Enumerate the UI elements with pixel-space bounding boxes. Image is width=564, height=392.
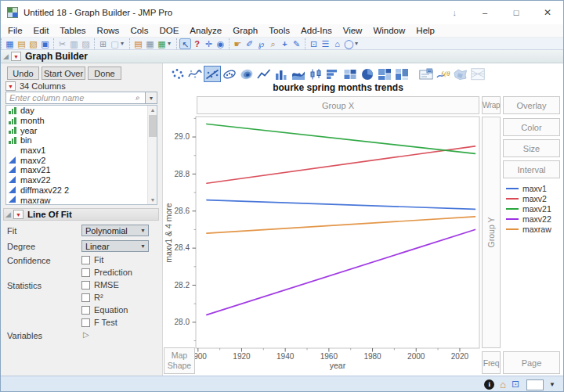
search-filter-dropdown[interactable]: ▼ xyxy=(146,92,157,104)
scroll-down-icon[interactable]: ▼ xyxy=(148,196,157,204)
palette-mosaic-icon[interactable] xyxy=(393,66,410,82)
column-item[interactable]: maxv1 xyxy=(6,146,157,156)
caret-icon[interactable]: ▾ xyxy=(168,40,174,47)
line-of-fit-red-triangle-icon[interactable]: ▼ xyxy=(13,210,24,219)
checkbox-equation[interactable] xyxy=(81,306,90,315)
zone-group-y[interactable]: Group Y xyxy=(482,117,501,348)
arrow-tool-icon[interactable]: ↖ xyxy=(179,38,191,49)
column-search-input[interactable] xyxy=(5,92,146,104)
palette-map-shapes-icon[interactable] xyxy=(452,66,469,82)
data-grid-icon[interactable]: ▦ xyxy=(144,38,156,49)
magnifier-tool-icon[interactable]: ⌕ xyxy=(267,38,279,49)
zone-interval[interactable]: Interval xyxy=(503,160,560,178)
done-button[interactable]: Done xyxy=(88,67,121,80)
palette-line-icon[interactable] xyxy=(255,66,273,82)
minimize-button[interactable]: – xyxy=(469,1,501,24)
scroll-up-icon[interactable]: ▲ xyxy=(148,106,157,114)
y-axis-title[interactable]: maxv1 & 4 more xyxy=(164,185,174,281)
palette-heatmap-icon[interactable] xyxy=(342,66,359,82)
menu-item-doe[interactable]: DOE xyxy=(154,25,184,36)
column-item[interactable]: bin xyxy=(6,135,157,146)
palette-treemap-icon[interactable] xyxy=(376,66,393,82)
red-triangle-menu-icon[interactable]: ▼ xyxy=(11,52,21,61)
journal-icon[interactable]: ▤ xyxy=(132,38,144,49)
new-data-table-icon[interactable]: ▦ xyxy=(4,38,16,49)
palette-box-plot-icon[interactable] xyxy=(307,66,324,82)
info-icon[interactable]: i xyxy=(484,379,494,390)
zone-map-shape[interactable]: Map Shape xyxy=(164,347,195,374)
oval-annotation-icon[interactable]: ◯ xyxy=(343,38,355,49)
palette-area-icon[interactable] xyxy=(290,66,307,82)
document-selector[interactable] xyxy=(526,379,544,390)
home-icon[interactable]: ⌂ xyxy=(500,379,506,390)
legend-item[interactable]: maxraw xyxy=(506,224,551,234)
palette-smoother-icon[interactable] xyxy=(186,66,204,82)
legend-item[interactable]: maxv1 xyxy=(506,183,551,193)
menu-item-rows[interactable]: Rows xyxy=(92,25,125,36)
paste-icon[interactable]: ▨ xyxy=(80,38,92,49)
column-list-scrollbar[interactable]: ▲ ▼ xyxy=(147,106,157,204)
zone-overlay[interactable]: Overlay xyxy=(503,96,560,114)
plot-area[interactable]: 28.028.228.428.628.829.01900192019401960… xyxy=(157,114,486,372)
caret-icon[interactable]: ▾ xyxy=(355,40,361,47)
open-icon[interactable]: ▧ xyxy=(27,38,39,49)
checkbox-prediction[interactable] xyxy=(81,268,90,277)
print-preview-icon[interactable]: ⊞ xyxy=(97,38,109,49)
toolbar-overflow-icon[interactable]: ↓ xyxy=(453,8,457,17)
column-item[interactable]: maxraw xyxy=(6,195,157,205)
lasso-tool-icon[interactable]: ℘ xyxy=(255,38,267,49)
legend-item[interactable]: maxv21 xyxy=(506,203,551,214)
column-item[interactable]: maxv21 xyxy=(6,165,157,175)
menu-item-tables[interactable]: Tables xyxy=(54,25,91,36)
pencil-tool-icon[interactable]: ✎ xyxy=(291,38,302,49)
chevron-down-icon[interactable]: ▼ xyxy=(549,381,555,388)
undo-button[interactable]: Undo xyxy=(7,67,39,80)
lines-annotation-icon[interactable]: ☰ xyxy=(320,38,331,49)
menu-item-analyze[interactable]: Analyze xyxy=(184,25,227,36)
column-item[interactable]: month xyxy=(6,116,157,126)
outline-disclosure-icon[interactable]: ◢ xyxy=(5,210,11,218)
brush-tool-icon[interactable]: ✐ xyxy=(244,38,255,49)
crosshair-tool-icon[interactable]: + xyxy=(279,38,291,49)
menu-item-edit[interactable]: Edit xyxy=(28,25,55,36)
scrollbar-thumb[interactable] xyxy=(149,115,157,137)
menu-item-add-ins[interactable]: Add-Ins xyxy=(295,25,338,36)
palette-caption-box-icon[interactable] xyxy=(418,66,435,82)
cut-icon[interactable]: ✂ xyxy=(56,38,68,49)
fit-dropdown[interactable]: Polynomial▼ xyxy=(81,225,149,236)
degree-dropdown[interactable]: Linear▼ xyxy=(81,240,149,252)
columns-red-triangle-icon[interactable]: ▼ xyxy=(5,81,16,91)
checkbox-rmse[interactable] xyxy=(81,281,90,290)
zone-wrap[interactable]: Wrap xyxy=(482,96,501,114)
window-layout-icon[interactable]: ⊡ xyxy=(512,379,519,390)
palette-pie-icon[interactable] xyxy=(359,66,376,82)
menu-item-window[interactable]: Window xyxy=(367,25,410,36)
maximize-button[interactable]: □ xyxy=(501,1,532,24)
palette-parallel-icon[interactable] xyxy=(469,66,486,82)
palette-points-icon[interactable] xyxy=(169,66,186,82)
legend-item[interactable]: maxv2 xyxy=(506,193,551,203)
zone-freq[interactable]: Freq xyxy=(482,351,501,374)
grabber-tool-icon[interactable]: ☛ xyxy=(232,38,244,49)
outline-disclosure-icon[interactable]: ◢ xyxy=(3,52,9,60)
palette-formula-icon[interactable]: ƒ(θ) xyxy=(435,66,452,82)
save-icon[interactable]: ▣ xyxy=(39,38,51,49)
palette-bar-icon[interactable] xyxy=(273,66,290,82)
checkbox-r[interactable] xyxy=(81,293,90,302)
lock-icon[interactable]: ▢ xyxy=(109,38,121,49)
palette-line-of-fit-icon[interactable] xyxy=(204,66,221,82)
palette-ellipse-icon[interactable] xyxy=(221,66,238,82)
caret-icon[interactable]: ▾ xyxy=(121,40,127,47)
checkbox-fit[interactable] xyxy=(81,256,90,264)
globe-tool-icon[interactable]: ◉ xyxy=(215,38,226,49)
polygon-annotation-icon[interactable]: ⌂ xyxy=(331,38,343,49)
palette-contour-icon[interactable] xyxy=(238,66,255,82)
zone-page[interactable]: Page xyxy=(503,351,560,374)
column-item[interactable]: year xyxy=(6,125,157,135)
menu-item-help[interactable]: Help xyxy=(410,25,440,36)
menu-item-tools[interactable]: Tools xyxy=(263,25,295,36)
column-item[interactable]: diffmaxv22 2 xyxy=(6,185,157,196)
text-annotation-icon[interactable]: ⊡ xyxy=(308,38,320,49)
menu-item-graph[interactable]: Graph xyxy=(227,25,263,36)
move-tool-icon[interactable]: ✛ xyxy=(203,38,215,49)
